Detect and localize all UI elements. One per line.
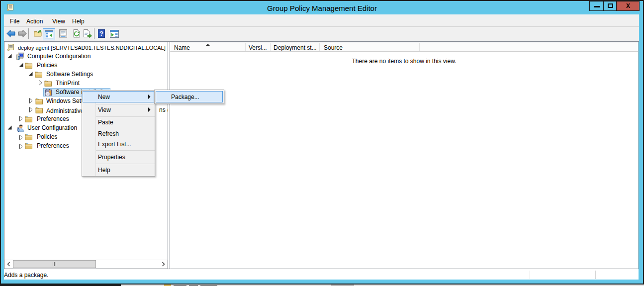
svg-text:?: ? — [99, 30, 103, 37]
